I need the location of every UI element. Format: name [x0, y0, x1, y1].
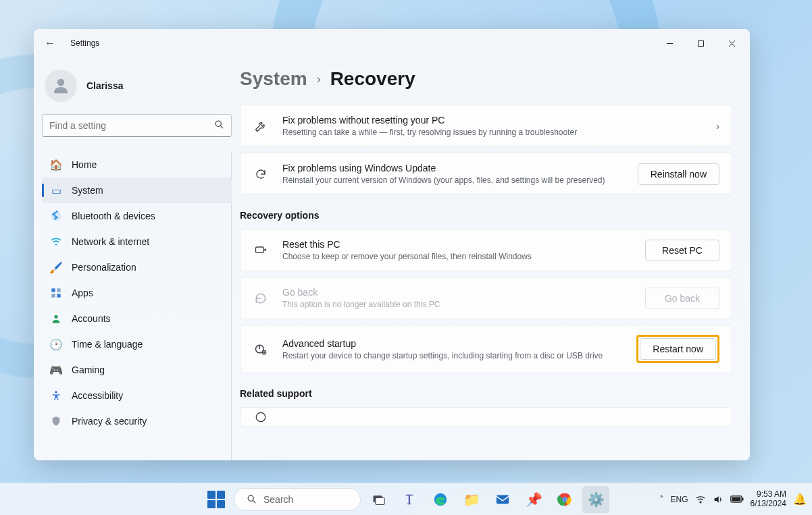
help-icon: [253, 411, 269, 423]
svg-rect-9: [51, 288, 55, 292]
sidebar-item-network[interactable]: Network & internet: [42, 229, 232, 254]
card-desc: Restart your device to change startup se…: [282, 351, 615, 360]
svg-rect-1: [698, 40, 703, 46]
breadcrumb-parent[interactable]: System: [240, 68, 307, 90]
titlebar: ← Settings: [34, 29, 750, 57]
reset-pc-button[interactable]: Reset PC: [645, 240, 719, 261]
home-icon: 🏠: [50, 159, 62, 171]
section-recovery-options: Recovery options: [240, 210, 732, 221]
highlight-annotation: Restart now: [636, 335, 719, 363]
tray-clock[interactable]: 9:53 AM 6/13/2024: [751, 490, 786, 509]
svg-point-30: [700, 502, 701, 503]
search-input[interactable]: [49, 120, 214, 131]
notifications-icon[interactable]: 🔔: [793, 493, 807, 506]
accessibility-icon: [50, 389, 62, 402]
main-content: System › Recovery Fix problems without r…: [240, 57, 750, 460]
svg-rect-33: [732, 497, 740, 501]
profile-block[interactable]: Clarissa: [42, 67, 232, 114]
card-advanced-startup: Advanced startup Restart your device to …: [240, 325, 732, 373]
sidebar-item-label: Accessibility: [72, 390, 123, 401]
card-reset-pc: Reset this PC Choose to keep or remove y…: [240, 229, 732, 271]
taskbar-app-snip[interactable]: 📌: [520, 486, 547, 513]
chevron-right-icon: ›: [317, 72, 321, 86]
volume-icon: [713, 494, 724, 505]
task-view-button[interactable]: [365, 486, 392, 513]
card-troubleshooter[interactable]: Fix problems without resetting your PC R…: [240, 105, 732, 147]
taskbar-app-settings[interactable]: ⚙️: [582, 486, 609, 513]
restart-now-button[interactable]: Restart now: [640, 338, 716, 360]
page-title: Recovery: [330, 68, 415, 90]
search-icon: [214, 119, 224, 132]
sidebar-item-label: Gaming: [72, 364, 105, 375]
sidebar-item-time-language[interactable]: 🕑 Time & language: [42, 331, 232, 357]
sidebar-item-system[interactable]: ▭ System: [42, 178, 232, 203]
battery-icon: [730, 495, 744, 504]
svg-point-29: [563, 497, 567, 501]
card-desc: Reinstall your current version of Window…: [282, 175, 616, 185]
reset-icon: [253, 244, 269, 257]
sidebar-item-accessibility[interactable]: Accessibility: [42, 383, 232, 408]
tray-time: 9:53 AM: [757, 490, 786, 499]
person-icon: [50, 313, 62, 325]
minimize-button[interactable]: [654, 32, 685, 54]
section-related-support: Related support: [240, 388, 732, 399]
svg-point-19: [256, 412, 265, 422]
sidebar-item-label: Time & language: [72, 339, 143, 350]
taskbar-search-placeholder: Search: [263, 494, 293, 505]
profile-name: Clarissa: [86, 80, 123, 91]
window-title: Settings: [70, 38, 99, 48]
svg-rect-25: [497, 495, 509, 504]
svg-line-21: [253, 500, 255, 503]
avatar: [45, 70, 77, 102]
taskbar-app-explorer[interactable]: 📁: [458, 486, 485, 513]
tray-language[interactable]: ENG: [671, 495, 688, 504]
apps-icon: [50, 287, 62, 299]
chevron-right-icon: ›: [716, 121, 719, 132]
shield-icon: [50, 415, 62, 427]
sidebar-item-personalization[interactable]: 🖌️ Personalization: [42, 254, 232, 280]
back-button[interactable]: ←: [45, 37, 55, 49]
tray-network-sound-battery[interactable]: [695, 494, 744, 505]
card-title: Fix problems without resetting your PC: [282, 115, 694, 126]
taskbar-app-teams[interactable]: Ṯ: [396, 486, 423, 513]
card-related-support[interactable]: [240, 407, 732, 427]
sidebar-item-privacy[interactable]: Privacy & security: [42, 408, 232, 434]
close-button[interactable]: [716, 32, 747, 54]
sidebar-item-bluetooth[interactable]: Bluetooth & devices: [42, 203, 232, 229]
sidebar-item-label: Network & internet: [72, 236, 149, 247]
sidebar-item-gaming[interactable]: 🎮 Gaming: [42, 357, 232, 383]
sidebar-item-apps[interactable]: Apps: [42, 280, 232, 306]
taskbar-app-edge[interactable]: [427, 486, 454, 513]
svg-point-5: [215, 121, 221, 126]
svg-rect-11: [51, 294, 55, 297]
svg-point-20: [248, 495, 253, 501]
taskbar-app-chrome[interactable]: [551, 486, 578, 513]
svg-line-6: [220, 126, 223, 128]
tray-chevron-up-icon[interactable]: ˄: [659, 494, 664, 504]
breadcrumb: System › Recovery: [240, 63, 732, 105]
card-desc: Resetting can take a while — first, try …: [282, 128, 694, 137]
card-desc: Choose to keep or remove your personal f…: [282, 252, 624, 261]
svg-rect-23: [376, 497, 384, 504]
sidebar-item-label: Personalization: [72, 262, 136, 273]
sidebar-item-home[interactable]: 🏠 Home: [42, 152, 232, 178]
start-button[interactable]: [203, 486, 230, 513]
taskbar-search[interactable]: Search: [234, 488, 361, 511]
maximize-button[interactable]: [685, 32, 716, 54]
sidebar-item-accounts[interactable]: Accounts: [42, 306, 232, 331]
settings-window: ← Settings Clarissa: [34, 29, 750, 460]
nav-list: 🏠 Home ▭ System Bluetooth & devices Netw…: [42, 152, 232, 460]
sidebar-item-label: Apps: [72, 288, 93, 298]
taskbar-app-mail[interactable]: [489, 486, 516, 513]
search-box[interactable]: [42, 114, 232, 137]
sidebar: Clarissa 🏠 Home ▭ System: [34, 57, 240, 460]
svg-point-13: [54, 315, 57, 319]
svg-point-14: [55, 391, 57, 393]
brush-icon: 🖌️: [50, 261, 62, 273]
search-icon: [247, 494, 257, 504]
reinstall-now-button[interactable]: Reinstall now: [638, 163, 719, 185]
sidebar-item-label: Accounts: [72, 313, 111, 324]
card-title: Reset this PC: [282, 239, 624, 250]
card-title: Advanced startup: [282, 338, 615, 349]
wrench-icon: [253, 119, 269, 133]
